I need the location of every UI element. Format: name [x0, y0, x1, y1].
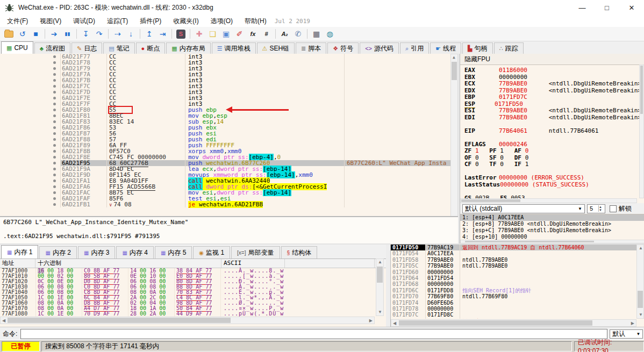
tab-线程[interactable]: ☛线程	[430, 42, 461, 54]
registers-hscrollbar[interactable]	[460, 198, 637, 203]
register-list[interactable]: EAX01186000EBX00000000ECX77B9ABE0 <ntdll…	[460, 65, 644, 202]
stack-row[interactable]: 0171FD6C0171FDD8指向SEH_Record[1]的指针	[391, 288, 644, 293]
tab-句柄[interactable]: ▙句柄	[462, 42, 492, 54]
stack-row[interactable]: 0171FD5877B9ABE0ntdll.77B9ABE0	[391, 257, 644, 263]
disasm-vscrollbar[interactable]: ▲ ▼	[450, 54, 458, 216]
stack-vscrollbar[interactable]: ▲ ▼	[636, 245, 644, 319]
tab-符号[interactable]: ❖符号	[327, 42, 359, 54]
stack-row[interactable]: 0171FD6800000000	[391, 281, 644, 287]
stack-row[interactable]: 0171FD74D60FE6D6	[391, 300, 644, 306]
stack-hscrollbar[interactable]: ◀ ▶	[391, 319, 636, 327]
arguments-hscrollbar[interactable]	[460, 240, 644, 243]
stack-row[interactable]: 返回到	[391, 318, 644, 319]
calculator-button[interactable]: ▦	[310, 28, 323, 40]
step-into-button[interactable]: ↧	[80, 28, 92, 40]
menu-item[interactable]: 追踪(T)	[102, 16, 133, 26]
strings-button[interactable]: A₂	[278, 28, 291, 40]
tab-笔记[interactable]: ▤笔记	[103, 42, 134, 54]
analysis-remove-button[interactable]: ✐	[233, 28, 246, 40]
tab-断点[interactable]: ●断点	[136, 42, 166, 54]
argument-row[interactable]: 1: [esp+4] A0C17EEA	[460, 214, 644, 221]
register-line[interactable]: EDX77B9ABE0 <ntdll.DbgUiRemoteBreakin>	[464, 88, 644, 95]
label-button[interactable]: ▣	[220, 28, 232, 40]
tab-流程图[interactable]: ♣流程图	[34, 42, 70, 54]
dump-stack-splitter[interactable]	[386, 245, 390, 327]
patch-button[interactable]: ✚	[193, 28, 205, 40]
scylla-button[interactable]: S	[175, 28, 187, 40]
register-line[interactable]: EBP0171FD7C	[464, 94, 644, 101]
stack-row[interactable]: 0171FD5C77B9ABE0ntdll.77B9ABE0	[391, 263, 644, 269]
restart-button[interactable]: ↺	[16, 28, 28, 40]
stack-row[interactable]: 0171FD6000000000	[391, 269, 644, 275]
command-mode-select[interactable]: 默认▼	[610, 329, 643, 339]
register-line[interactable]: LastStatus00000000 (STATUS_SUCCESS)	[464, 182, 644, 189]
register-line[interactable]: EAX01186000	[464, 67, 644, 74]
registers-vscrollbar[interactable]	[639, 64, 644, 198]
stack-row[interactable]: 0171FD7C0171FD8C	[391, 312, 644, 318]
run-to-user-code-button[interactable]: ⇥	[156, 28, 169, 40]
tab-日志[interactable]: ✎日志	[71, 42, 102, 54]
disassembly-panel[interactable]: 6AD21F77CCint36AD21F78CCint36AD21F79CCin…	[0, 54, 458, 216]
stack-row[interactable]: 0171FD640171FD54	[391, 275, 644, 281]
arguments-view[interactable]: 1: [esp+4] A0C17EEA2: [esp+8] 77B9ABE0 <…	[460, 214, 644, 240]
unlock-checkbox[interactable]	[610, 205, 617, 212]
argument-row[interactable]: 3: [esp+C] 77B9ABE0 <ntdll.DbgUiRemoteBr…	[460, 227, 644, 234]
argument-row[interactable]: 2: [esp+8] 77B9ABE0 <ntdll.DbgUiRemoteBr…	[460, 221, 644, 227]
menu-item[interactable]: 调试(D)	[68, 16, 100, 26]
stop-button[interactable]: ■	[30, 28, 42, 40]
stack-row[interactable]: 0171FD54A0C17EEA	[391, 250, 644, 256]
dump-hscrollbar[interactable]: ◀ ▶	[0, 317, 375, 324]
menu-item[interactable]: 选项(O)	[206, 16, 238, 26]
memory-dump-panel[interactable]: ▦内存 1▦内存 2▦内存 3▦内存 4▦内存 5◉监视 1[x=]局部变量§结…	[0, 245, 386, 327]
pause-button[interactable]: ▮▮	[61, 28, 74, 40]
tab-引用[interactable]: ⌕引用	[400, 42, 429, 54]
register-line[interactable]	[464, 134, 644, 141]
dump-row[interactable]: 77AF10801C 00 1E 0070 D9 AF 7728 00 2A 0…	[0, 311, 386, 317]
step-out-button[interactable]: ↥	[143, 28, 155, 40]
step-over-button[interactable]: ↷	[93, 28, 105, 40]
tab-脚本[interactable]: ≣脚本	[296, 42, 326, 54]
tab-跟踪[interactable]: ∴跟踪	[494, 42, 524, 54]
close-button[interactable]: ✕	[619, 0, 644, 15]
register-line[interactable]: CF 0 TF 0 IF 1	[464, 161, 644, 168]
open-file-button[interactable]	[3, 28, 15, 40]
menu-item[interactable]: 文件(F)	[2, 16, 33, 26]
maximize-button[interactable]: □	[595, 0, 619, 15]
tab-监视 1[interactable]: ◉监视 1	[193, 246, 230, 258]
tab-内存 2[interactable]: ▦内存 2	[39, 246, 76, 258]
tab-内存 3[interactable]: ▦内存 3	[78, 246, 115, 258]
tab-调用堆栈[interactable]: ☰调用堆栈	[212, 42, 256, 54]
menu-item[interactable]: 视图(V)	[35, 16, 66, 26]
stack-row[interactable]: 0171FD7800000000	[391, 306, 644, 312]
run-button[interactable]: ➔	[48, 28, 60, 40]
language-button[interactable]: ◍	[324, 28, 336, 40]
stack-row[interactable]: 0171FD5077B9AC19返回到 ntdll.77B9AC19 自 ntd…	[391, 245, 644, 250]
assemble-fx-button[interactable]: fx	[247, 28, 259, 40]
register-line[interactable]: EIP77B64061 ntdll.77B64061	[464, 128, 644, 135]
command-input[interactable]	[20, 329, 607, 339]
stack-panel[interactable]: 0171FD5077B9AC19返回到 ntdll.77B9AC19 自 ntd…	[390, 245, 644, 327]
menu-item[interactable]: 收藏夹(I)	[168, 16, 203, 26]
register-line[interactable]: EDI77B9ABE0 <ntdll.DbgUiRemoteBreakin>	[464, 114, 644, 121]
hash-button[interactable]: #	[260, 28, 273, 40]
tab-CPU[interactable]: ▦CPU	[1, 41, 33, 54]
dump-vscrollbar[interactable]: ▲ ▼	[376, 258, 384, 316]
comment-button[interactable]: ❑	[206, 28, 219, 40]
step-until-return-button[interactable]: ↓	[125, 28, 137, 40]
menu-item[interactable]: 插件(P)	[135, 16, 166, 26]
stack-row[interactable]: 0171FD7077B69F80ntdll.77B69F80	[391, 293, 644, 299]
tab-局部变量[interactable]: [x=]局部变量	[231, 246, 280, 258]
hide-fpu-button[interactable]: 隐藏FPU	[460, 54, 644, 65]
minimize-button[interactable]: —	[570, 0, 595, 15]
tab-内存 5[interactable]: ▦内存 5	[155, 246, 192, 258]
attach-button[interactable]: ✆	[292, 28, 304, 40]
run-to-cursor-button[interactable]: ⇢	[111, 28, 124, 40]
argument-count-spinner[interactable]: 5 ▲▼	[587, 204, 605, 213]
tab-源代码[interactable]: <>源代码	[360, 42, 399, 54]
tab-内存 4[interactable]: ▦内存 4	[116, 246, 153, 258]
tab-SEH链[interactable]: ⚠SEH链	[257, 42, 295, 54]
tab-内存布局[interactable]: ▦内存布局	[166, 42, 210, 54]
calling-convention-select[interactable]: 默认 (stdcall)▼	[462, 204, 585, 213]
tab-内存 1[interactable]: ▦内存 1	[1, 245, 38, 258]
menu-item[interactable]: 帮助(H)	[240, 16, 271, 26]
